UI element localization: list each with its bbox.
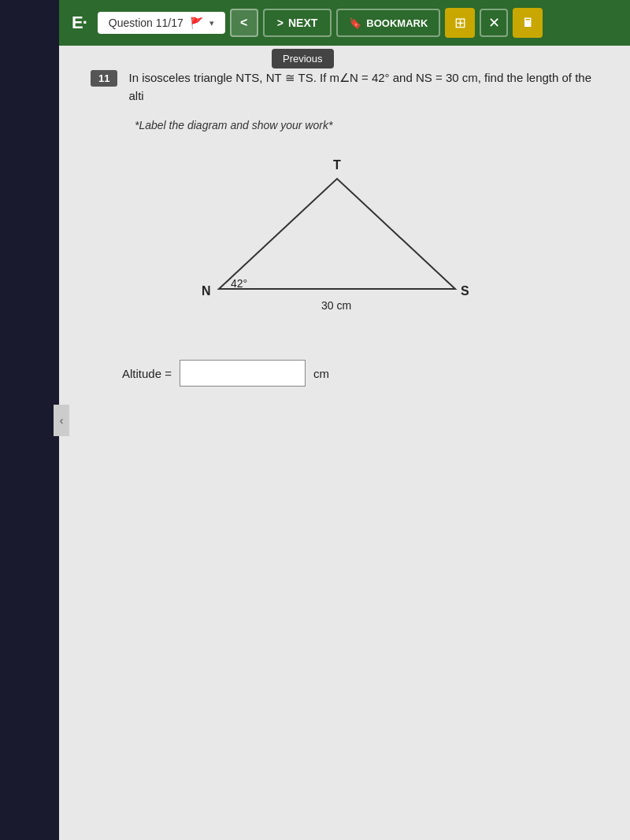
triangle-shape: [219, 179, 455, 289]
base-length-label: 30 cm: [321, 299, 351, 312]
vertex-t-label: T: [333, 158, 341, 172]
flag-icon: 🚩: [190, 17, 203, 29]
prev-icon: <: [240, 16, 247, 30]
dropdown-icon: ▾: [209, 18, 214, 28]
main-wrapper: E· Question 11/17 🚩 ▾ < > NEXT 🔖 BOOKMAR…: [59, 0, 630, 840]
calculator-icon: 🖩: [522, 17, 533, 29]
next-label: NEXT: [288, 17, 317, 29]
grid-button[interactable]: ⊞: [445, 8, 475, 38]
calculator-button[interactable]: 🖩: [513, 8, 543, 38]
diagram-container: T N S 42° 30 cm: [195, 155, 495, 328]
left-sidebar: [0, 0, 59, 840]
answer-section: Altitude = cm: [122, 360, 598, 387]
question-text: In isosceles triangle NTS, NT ≅ TS. If m…: [128, 69, 598, 105]
angle-label: 42°: [231, 277, 247, 290]
question-header: 11 In isosceles triangle NTS, NT ≅ TS. I…: [91, 69, 598, 105]
bookmark-icon: 🔖: [349, 17, 361, 29]
close-icon: ✕: [488, 14, 500, 31]
toolbar: E· Question 11/17 🚩 ▾ < > NEXT 🔖 BOOKMAR…: [59, 0, 630, 46]
vertex-n-label: N: [202, 284, 211, 298]
next-icon: >: [277, 17, 284, 29]
close-button[interactable]: ✕: [480, 9, 508, 37]
app-logo: E·: [65, 9, 93, 36]
question-counter: Question 11/17: [109, 17, 183, 29]
content-area: 11 In isosceles triangle NTS, NT ≅ TS. I…: [59, 46, 630, 840]
unit-label: cm: [313, 367, 329, 380]
triangle-diagram: T N S 42° 30 cm: [195, 155, 495, 328]
grid-icon: ⊞: [454, 14, 466, 31]
vertex-s-label: S: [461, 284, 469, 298]
question-number-badge: 11: [91, 70, 117, 87]
bookmark-button[interactable]: 🔖 BOOKMARK: [336, 9, 440, 37]
bookmark-label: BOOKMARK: [366, 17, 428, 29]
next-button[interactable]: > NEXT: [263, 9, 332, 37]
prev-tooltip: Previous: [272, 49, 334, 68]
collapse-arrow[interactable]: ‹: [54, 405, 69, 436]
question-label: Question 11/17 🚩 ▾: [98, 12, 225, 34]
prev-button[interactable]: <: [230, 9, 258, 37]
altitude-input[interactable]: [180, 360, 306, 387]
answer-label: Altitude =: [122, 367, 172, 380]
instruction-text: *Label the diagram and show your work*: [135, 119, 598, 131]
